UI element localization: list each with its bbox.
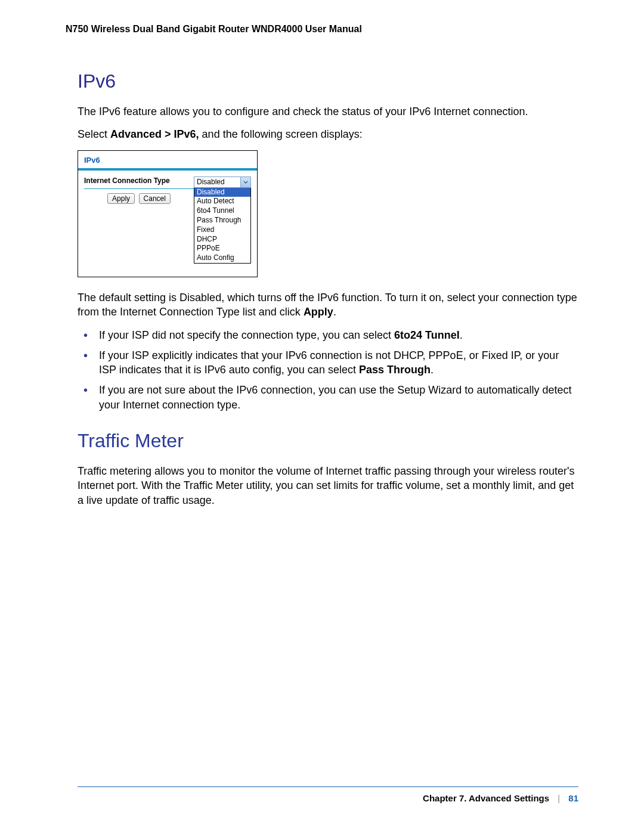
nav-path: Advanced > IPv6, <box>110 128 199 140</box>
dropdown-option[interactable]: Auto Config <box>194 253 250 263</box>
cancel-button[interactable]: Cancel <box>139 193 171 204</box>
dropdown-option[interactable]: Auto Detect <box>194 197 250 206</box>
dropdown-options[interactable]: Disabled Auto Detect 6to4 Tunnel Pass Th… <box>194 188 251 264</box>
manual-header: N750 Wireless Dual Band Gigabit Router W… <box>66 24 578 35</box>
page-footer: Chapter 7. Advanced Settings | 81 <box>78 786 578 803</box>
chevron-down-icon <box>240 177 250 187</box>
bullet-list: If your ISP did not specify the connecti… <box>78 328 578 412</box>
section-heading-traffic-meter: Traffic Meter <box>78 430 578 452</box>
connection-type-select[interactable]: Disabled <box>194 176 251 188</box>
field-label: Internet Connection Type <box>84 176 194 187</box>
text: . <box>431 364 434 376</box>
text-bold: Pass Through <box>359 364 431 376</box>
paragraph: The IPv6 feature allows you to configure… <box>78 104 578 119</box>
dropdown-option[interactable]: Fixed <box>194 225 250 235</box>
list-item: If you are not sure about the IPv6 conne… <box>78 383 578 412</box>
text: Select <box>78 128 110 140</box>
dropdown-option[interactable]: Disabled <box>194 188 250 197</box>
section-heading-ipv6: IPv6 <box>78 70 578 92</box>
text: . <box>460 329 463 341</box>
text: . <box>333 306 336 318</box>
chapter-label: Chapter 7. Advanced Settings <box>423 793 549 803</box>
list-item: If your ISP explicitly indicates that yo… <box>78 348 578 377</box>
text: If your ISP explicitly indicates that yo… <box>99 349 559 376</box>
text-bold: 6to24 Tunnel <box>394 329 460 341</box>
dropdown-option[interactable]: PPPoE <box>194 244 250 253</box>
text: If you are not sure about the IPv6 conne… <box>99 384 571 410</box>
footer-divider <box>78 786 578 787</box>
dropdown-option[interactable]: DHCP <box>194 235 250 244</box>
paragraph: The default setting is Disabled, which t… <box>78 290 578 320</box>
select-value: Disabled <box>197 178 225 186</box>
ipv6-settings-screenshot: IPv6 Internet Connection Type Apply Canc… <box>78 150 258 277</box>
dropdown-option[interactable]: Pass Through <box>194 216 250 225</box>
text-bold: Apply <box>304 306 333 318</box>
text: If your ISP did not specify the connecti… <box>99 329 394 341</box>
paragraph: Select Advanced > IPv6, and the followin… <box>78 127 578 141</box>
apply-button[interactable]: Apply <box>107 193 135 204</box>
list-item: If your ISP did not specify the connecti… <box>78 328 578 342</box>
page-number: 81 <box>568 793 578 803</box>
panel-title: IPv6 <box>78 151 257 168</box>
separator: | <box>558 793 560 803</box>
divider <box>84 188 194 189</box>
dropdown-option[interactable]: 6to4 Tunnel <box>194 206 250 216</box>
text: and the following screen displays: <box>199 128 363 140</box>
paragraph: Traffic metering allows you to monitor t… <box>78 464 578 507</box>
